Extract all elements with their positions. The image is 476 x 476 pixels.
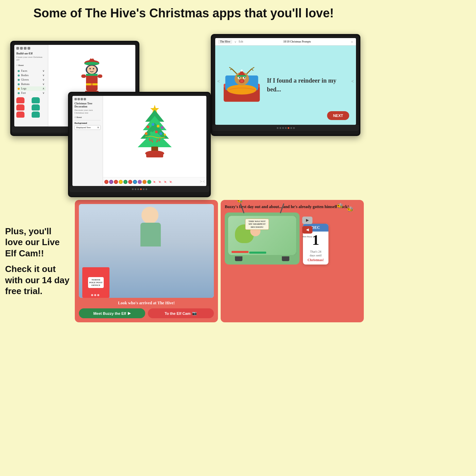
svg-line-27	[247, 69, 251, 73]
prompts-topbar: The Hive ∨ Edit 18/18 Christmas Prompts …	[215, 38, 356, 46]
svg-point-55	[164, 134, 166, 136]
svg-point-3	[84, 62, 99, 65]
card-right: Buzzy's first day out and about... and h…	[221, 200, 364, 322]
svg-point-49	[157, 125, 159, 128]
bee-icon-left: 🐝	[337, 203, 343, 209]
prompt-text: If I found a reindeer in my bed...	[267, 76, 349, 94]
svg-line-25	[229, 67, 232, 69]
svg-point-32	[239, 77, 240, 78]
tv-screen: THIS WAS NOT MY SHARPEST DECISION!	[228, 216, 296, 255]
elf-sign-text: THIS WAS NOT MY SHARPEST DECISION!	[245, 219, 269, 230]
svg-point-52	[150, 132, 153, 134]
reindeer-illustration	[222, 67, 261, 104]
svg-point-38	[241, 69, 243, 71]
elf-cam-button[interactable]: To the Elf Cam 📷	[148, 308, 214, 318]
svg-line-24	[232, 69, 237, 73]
bae-menu-faces[interactable]: Faces ∨	[16, 69, 46, 73]
card-video-thumb: NORTH POLE POST OFFICE	[79, 204, 214, 298]
promo-text-area: Plus, you'll love our Live Elf Cam!! Che…	[0, 200, 75, 322]
bottom-section: Plus, you'll love our Live Elf Cam!! Che…	[0, 200, 367, 322]
svg-rect-10	[91, 83, 93, 85]
svg-point-6	[89, 68, 91, 69]
bae-sidebar: Build-an-Elf Create your own Christmas e…	[14, 45, 48, 126]
bae-title: Build-an-Elf	[16, 52, 46, 55]
tv-btn-back[interactable]: ◀	[302, 226, 312, 234]
svg-rect-11	[86, 74, 98, 76]
card-caption: Look who's arrived at The Hive!	[79, 301, 214, 306]
calendar-footer: That's 24 days until Christmas!	[303, 249, 328, 265]
bae-menu-gloves[interactable]: Gloves ∨	[16, 78, 46, 82]
promo-text2: Check it out with our 14 day free trial.	[5, 264, 70, 297]
svg-point-33	[244, 77, 245, 78]
tv-area: 🐝 THIS WAS NOT MY SHARPEST DECISION!	[225, 213, 360, 265]
christmas-tree	[134, 103, 175, 171]
tv-bee: 🐝	[237, 200, 243, 204]
svg-rect-8	[86, 74, 98, 91]
tree-subtitle: Decorate your own Christmas tree	[74, 109, 101, 114]
prompts-page-info: 18/18 Christmas Prompts	[245, 40, 349, 43]
svg-point-47	[147, 125, 149, 128]
monitor-bottom-right	[212, 125, 359, 131]
deco-bar-left-arrow[interactable]: <	[203, 179, 205, 184]
tree-title: Christmas Tree Decoration	[74, 102, 101, 108]
monitor-center: Christmas Tree Decoration Decorate your …	[68, 92, 211, 197]
screens-area: Build-an-Elf Create your own Christmas e…	[0, 24, 367, 197]
svg-rect-37	[237, 75, 246, 77]
bee-icon-right: 🐝	[347, 206, 354, 213]
bottom-cards: NORTH POLE POST OFFICE Look who's arrive…	[75, 200, 367, 322]
decorations-bar: 🍬 🍬 🍬 🍬 > <	[103, 177, 206, 186]
svg-line-26	[230, 69, 232, 70]
svg-point-50	[161, 126, 164, 129]
person-head	[141, 207, 158, 224]
bae-subtitle: Create your own Christmas elf!	[16, 56, 46, 61]
prompts-hive-label: The Hive	[218, 39, 232, 44]
deco-bar-arrow[interactable]: >	[200, 179, 202, 184]
tree-sidebar: Christmas Tree Decoration Decorate your …	[72, 96, 103, 186]
page-header: Some of The Hive's Christmas apps that y…	[0, 0, 367, 24]
play-icon: ▶	[128, 311, 131, 316]
svg-point-5	[87, 66, 97, 74]
monitor-bottom-center	[69, 186, 209, 192]
promo-text: Plus, you'll love our Live Elf Cam!!	[5, 226, 70, 259]
bae-menu-bodies[interactable]: Bodies ∨	[16, 73, 46, 78]
svg-point-22	[227, 85, 256, 95]
tree-main	[103, 96, 206, 186]
bae-menu-feet[interactable]: Feet ∨	[16, 91, 46, 95]
tv-controls: ▶ ◀ Meet Buzzy	[302, 217, 312, 238]
tv-meet-label: Meet Buzzy	[302, 236, 312, 238]
monitor-right: The Hive ∨ Edit 18/18 Christmas Prompts …	[211, 34, 360, 136]
bae-menu-buttons[interactable]: Buttons ∨	[16, 82, 46, 86]
svg-line-28	[252, 67, 254, 69]
card-action-buttons: Meet Buzzy the Elf ▶ To the Elf Cam 📷	[79, 308, 214, 318]
prompts-edit-label: Edit	[239, 40, 243, 43]
tv-btn-forward[interactable]: ▶	[302, 217, 312, 224]
tv-set: 🐝 THIS WAS NOT MY SHARPEST DECISION!	[225, 213, 300, 265]
next-button[interactable]: NEXT	[327, 111, 349, 120]
tree-bg-select[interactable]: Displayed Tree∨	[74, 125, 101, 130]
right-arrow[interactable]: <	[351, 79, 354, 84]
camera-icon: 📷	[192, 311, 197, 316]
svg-point-54	[159, 132, 162, 135]
svg-point-7	[93, 68, 94, 69]
meet-buzzy-button[interactable]: Meet Buzzy the Elf ▶	[79, 308, 145, 318]
svg-rect-13	[98, 74, 102, 78]
package-label: NORTH POLE POST OFFICE	[88, 277, 103, 288]
bae-reset[interactable]: Reset	[18, 64, 24, 67]
tree-reset[interactable]: Reset	[76, 116, 82, 119]
north-pole-package: NORTH POLE POST OFFICE	[82, 267, 109, 298]
svg-line-29	[252, 69, 253, 70]
tree-bg-label: Background	[74, 122, 101, 124]
left-arrow[interactable]: <	[217, 79, 220, 84]
svg-point-51	[145, 132, 148, 135]
bae-menu-legs[interactable]: Legs ∧	[16, 86, 46, 91]
person-body	[140, 223, 161, 247]
svg-point-48	[152, 123, 154, 126]
card-left: NORTH POLE POST OFFICE Look who's arrive…	[75, 200, 218, 322]
svg-point-53	[155, 131, 158, 133]
svg-rect-46	[146, 152, 163, 157]
svg-rect-12	[81, 74, 86, 78]
svg-point-35	[240, 80, 243, 82]
page-title: Some of The Hive's Christmas apps that y…	[7, 6, 360, 20]
